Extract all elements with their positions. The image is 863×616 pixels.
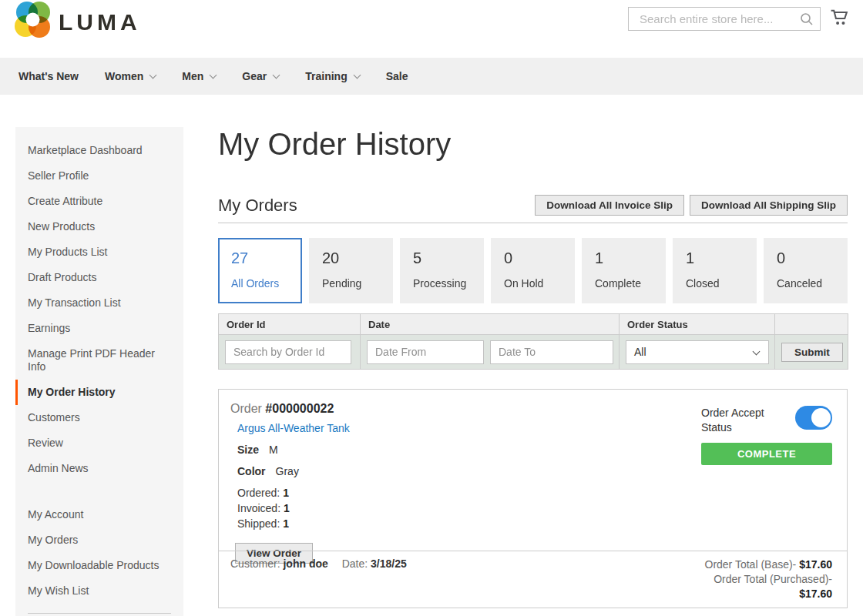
brand-name: LUMA [59,9,141,35]
nav-men[interactable]: Men [182,70,216,82]
tile-processing[interactable]: 5 Processing [400,238,484,303]
nav-whats-new[interactable]: What's New [18,70,79,82]
order-id: Order #000000022 [230,402,350,416]
sidebar-item-my-order-history[interactable]: My Order History [15,380,183,405]
size-attribute: SizeM [237,444,350,456]
page: LUMA What's New Women Men Gear Training … [0,0,863,616]
luma-logo-icon[interactable] [14,1,52,41]
product-link[interactable]: Argus All-Weather Tank [237,422,350,434]
sidebar-item-manage-print-pdf-header-info[interactable]: Manage Print PDF Header Info [15,341,183,380]
sidebar-item-my-transaction-list[interactable]: My Transaction List [15,290,183,316]
order-details: Order #000000022 Argus All-Weather Tank … [230,402,350,564]
shipped-qty: Shipped: 1 [237,516,350,531]
nav-gear[interactable]: Gear [242,70,279,82]
chevron-down-icon [753,347,761,355]
date-to-input[interactable] [490,340,613,364]
tile-all-orders[interactable]: 27 All Orders [218,238,302,303]
invoiced-qty: Invoiced: 1 [237,500,350,516]
order-filter-table: Order Id Date Order Status All [218,313,848,370]
tile-on-hold[interactable]: 0 On Hold [491,238,575,303]
account-sidebar: Marketplace Dashboard Seller Profile Cre… [15,127,183,616]
sidebar-item-seller-profile[interactable]: Seller Profile [15,163,183,189]
sidebar-divider [28,613,171,614]
order-total-purchased-label: Order Total (Purchased)- [705,572,833,587]
section-title: My Orders [218,196,297,216]
customer-and-date: Customer: john doe Date: 3/18/25 [230,557,407,601]
accept-status-label: Order Accept Status [701,406,774,435]
order-total-base: Order Total (Base)- $17.60 [705,557,833,572]
chevron-down-icon [149,71,157,79]
order-card-footer: Customer: john doe Date: 3/18/25 Order T… [219,551,847,608]
main-content: My Order History My Orders Download All … [218,108,848,608]
tile-closed[interactable]: 1 Closed [673,238,757,303]
order-status-select[interactable]: All [626,340,769,364]
filter-col-actions [775,314,848,335]
sidebar-item-new-products[interactable]: New Products [15,214,183,239]
toggle-knob-icon [811,408,831,427]
filter-col-date: Date [361,314,620,335]
order-accept-status-toggle[interactable] [795,406,832,430]
search-box [628,7,821,31]
order-total-purchased-value: $17.60 [705,587,833,601]
date-from-input[interactable] [367,340,484,364]
search-input[interactable] [629,8,820,30]
order-status-panel: Order Accept Status COMPLETE [701,406,832,564]
sidebar-item-review[interactable]: Review [15,430,183,456]
sidebar-item-my-account[interactable]: My Account [15,502,183,527]
tile-pending[interactable]: 20 Pending [309,238,393,303]
color-attribute: ColorGray [237,465,350,477]
search-icon[interactable] [799,12,814,30]
main-nav: What's New Women Men Gear Training Sale [0,58,863,95]
sidebar-item-admin-news[interactable]: Admin News [15,456,183,481]
filter-col-order-status: Order Status [620,314,775,335]
chevron-down-icon [353,71,361,79]
download-all-shipping-slip-button[interactable]: Download All Shipping Slip [690,195,848,216]
order-totals: Order Total (Base)- $17.60 Order Total (… [705,557,833,601]
sidebar-item-my-downloadable-products[interactable]: My Downloadable Products [15,553,183,578]
sidebar-item-my-wish-list[interactable]: My Wish List [15,578,183,604]
tile-complete[interactable]: 1 Complete [582,238,666,303]
nav-training[interactable]: Training [305,70,359,82]
sidebar-item-earnings[interactable]: Earnings [15,316,183,341]
header: LUMA [0,0,863,58]
quantity-summary: Ordered: 1 Invoiced: 1 Shipped: 1 [237,485,350,531]
tile-canceled[interactable]: 0 Canceled [764,238,848,303]
sidebar-item-create-attribute[interactable]: Create Attribute [15,189,183,214]
ordered-qty: Ordered: 1 [237,485,350,500]
order-card: Order #000000022 Argus All-Weather Tank … [218,389,848,608]
order-id-search-input[interactable] [225,340,351,364]
download-buttons: Download All Invoice Slip Download All S… [535,195,848,216]
sidebar-item-my-orders[interactable]: My Orders [15,527,183,553]
sidebar-item-my-products-list[interactable]: My Products List [15,239,183,265]
sidebar-item-marketplace-dashboard[interactable]: Marketplace Dashboard [15,138,183,163]
sidebar-group-gap [15,481,183,502]
chevron-down-icon [210,71,217,79]
sidebar-item-customers[interactable]: Customers [15,405,183,430]
status-badge: COMPLETE [701,443,832,465]
submit-button[interactable]: Submit [781,343,843,362]
page-title: My Order History [218,127,848,161]
orders-section-header: My Orders Download All Invoice Slip Down… [218,195,848,223]
sidebar-item-draft-products[interactable]: Draft Products [15,265,183,290]
nav-sale[interactable]: Sale [386,70,408,82]
download-all-invoice-slip-button[interactable]: Download All Invoice Slip [535,195,684,216]
order-status-tiles: 27 All Orders 20 Pending 5 Processing 0 … [218,238,848,303]
chevron-down-icon [273,71,280,79]
filter-col-order-id: Order Id [219,314,361,335]
cart-icon[interactable] [829,7,851,28]
nav-women[interactable]: Women [105,70,156,82]
